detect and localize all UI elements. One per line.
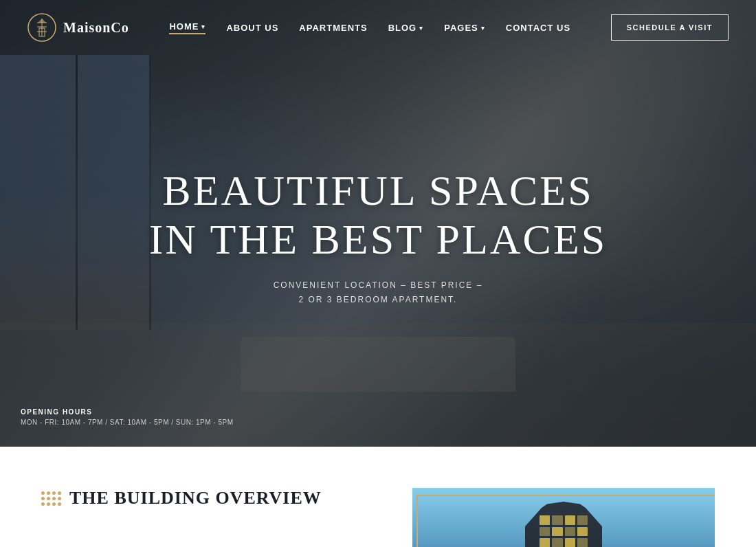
nav-item-contact[interactable]: CONTACT US [506,23,570,33]
dot [47,497,50,500]
dot [47,491,50,495]
dot [47,502,50,506]
hero-section: MaisonCo HOME ▾ ABOUT US APARTMENTS [0,0,756,447]
logo-icon [27,13,56,42]
nav-link-contact[interactable]: CONTACT US [506,23,570,33]
dot [58,497,61,500]
section-left: THE BUILDING OVERVIEW [41,488,357,509]
hero-subtitle: CONVENIENT LOCATION – BEST PRICE – 2 OR … [274,278,483,308]
dot [58,491,61,495]
nav-link-pages[interactable]: PAGES ▾ [444,23,485,33]
nav-link-home[interactable]: HOME ▾ [169,21,205,34]
nav-item-home[interactable]: HOME ▾ [169,21,205,34]
hero-title: BEAUTIFUL SPACES IN THE BEST PLACES [149,166,608,265]
opening-hours-section: OPENING HOURS MON - FRI: 10AM - 7PM / SA… [21,408,234,426]
nav-link-apartments[interactable]: APARTMENTS [299,23,367,33]
nav-item-apartments[interactable]: APARTMENTS [299,23,367,33]
nav-links: HOME ▾ ABOUT US APARTMENTS BLOG ▾ [169,21,570,34]
dot [52,497,56,500]
building-windows [529,509,598,547]
dot [52,502,56,506]
schedule-visit-button[interactable]: SCHEDULE A VISIT [611,14,729,41]
dot [41,491,45,495]
dot [58,502,61,506]
opening-hours-label: OPENING HOURS [21,408,234,416]
nav-item-about[interactable]: ABOUT US [226,23,278,33]
nav-item-pages[interactable]: PAGES ▾ [444,23,485,33]
dot [52,491,56,495]
opening-hours-text: MON - FRI: 10AM - 7PM / SAT: 10AM - 5PM … [21,418,234,426]
chevron-down-icon: ▾ [201,23,205,30]
building-image [412,488,715,547]
dots-grid-icon [41,491,61,506]
building-overview-title: THE BUILDING OVERVIEW [69,488,322,509]
nav-link-about[interactable]: ABOUT US [226,23,278,33]
hero-content: BEAUTIFUL SPACES IN THE BEST PLACES CONV… [0,0,756,447]
chevron-down-icon-pages: ▾ [481,25,485,32]
chevron-down-icon-blog: ▾ [419,25,423,32]
logo[interactable]: MaisonCo [27,13,129,42]
dot [41,497,45,500]
dot [41,502,45,506]
nav-item-blog[interactable]: BLOG ▾ [388,23,424,33]
navbar: MaisonCo HOME ▾ ABOUT US APARTMENTS [0,0,756,55]
nav-link-blog[interactable]: BLOG ▾ [388,23,424,33]
section-label: THE BUILDING OVERVIEW [41,488,357,509]
below-hero-section: THE BUILDING OVERVIEW [0,447,756,547]
logo-text: MaisonCo [63,20,129,36]
